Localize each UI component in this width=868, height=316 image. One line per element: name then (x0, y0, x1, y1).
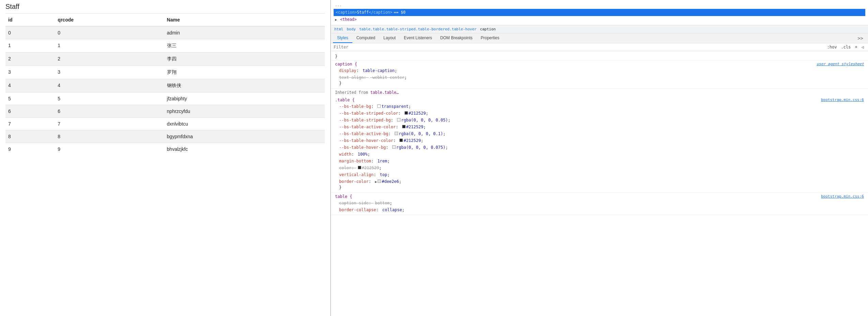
swatch-bs-table-active-bg[interactable] (395, 132, 398, 135)
prop-text-align-name: text-align (339, 74, 364, 81)
prop-display-colon: : (356, 68, 361, 74)
bootstrap-source-1[interactable]: bootstrap.min.css:6 (821, 98, 864, 102)
cls-button[interactable]: .cls (840, 44, 852, 50)
swatch-bs-table-hover-color[interactable] (399, 139, 403, 142)
prop-border-collapse: border-collapse : collapse ; (335, 206, 864, 213)
triangle-icon-2: ▶ (375, 179, 377, 184)
cell-name: bgypmfdxna (164, 130, 325, 143)
prop-bs-table-striped-color: --bs-table-striped-color : #212529 ; (335, 110, 864, 117)
tab-styles[interactable]: Styles (333, 33, 352, 43)
swatch-bs-table-bg[interactable] (377, 104, 381, 108)
prop-bs-table-hover-bg-value: rgba(0, 0, 0, 0.075) (396, 144, 446, 150)
brace-close-top: } (335, 54, 337, 59)
breadcrumb-table[interactable]: table.table.table-striped.table-bordered… (358, 26, 478, 32)
cell-id: 3 (5, 66, 55, 79)
cell-id: 7 (5, 118, 55, 130)
prop-width: width : 100% ; (335, 151, 864, 158)
dom-selected-line[interactable]: <caption>Staff</caption>== $0 (334, 9, 865, 16)
prop-margin-bottom-name: margin-bottom (339, 158, 371, 164)
table-header-row: id qrcode Name (5, 14, 325, 27)
cell-id: 6 (5, 105, 55, 118)
tab-properties[interactable]: Properties (477, 33, 504, 43)
dom-thead-tag: <thead> (340, 17, 356, 22)
cell-qrcode: 6 (55, 105, 164, 118)
swatch-bs-table-active-color[interactable] (402, 125, 406, 128)
filter-bar: :hov .cls + ◁ (331, 43, 868, 51)
cell-id: 4 (5, 79, 55, 92)
table-closing-brace: } (335, 185, 864, 191)
tab-dom-breakpoints[interactable]: DOM Breakpoints (436, 33, 477, 43)
prop-bs-table-bg: --bs-table-bg : transparent ; (335, 103, 864, 110)
prop-bs-table-striped-bg: --bs-table-striped-bg : rgba(0, 0, 0, 0.… (335, 117, 864, 124)
prop-bs-table-bg-colon: : (371, 103, 376, 110)
staff-table: Staff id qrcode Name 00admin11张三22李四33罗翔… (5, 13, 325, 155)
cell-id: 2 (5, 53, 55, 66)
inherited-from-selector: table.table… (370, 90, 399, 95)
cell-qrcode: 5 (55, 92, 164, 105)
cell-id: 5 (5, 92, 55, 105)
prop-border-color: border-color : ▶ #dee2e6 ; (335, 178, 864, 185)
table-row: 77dxnlvibtcu (5, 118, 325, 130)
dom-tag-caption: caption (338, 10, 354, 15)
prop-display-semi: ; (395, 68, 397, 74)
plus-button[interactable]: + (854, 44, 859, 50)
table-row: 88bgypmfdxna (5, 130, 325, 143)
table-rule-header: .table { bootstrap.min.css:6 (335, 98, 864, 102)
cell-id: 0 (5, 26, 55, 39)
prop-vertical-align: vertical-align : top ; (335, 171, 864, 178)
prop-text-align-value: -webkit-center (370, 74, 405, 81)
prop-color: color : #212529 ; (335, 164, 864, 171)
hov-button[interactable]: :hov (826, 44, 838, 50)
prop-bs-table-bg-value: transparent (381, 103, 408, 110)
cell-qrcode: 1 (55, 39, 164, 53)
prop-bs-table-striped-bg-name: --bs-table-striped-bg (339, 117, 391, 123)
table-rule-block-2: table { bootstrap.min.css:6 caption-side… (331, 193, 868, 215)
tab-computed[interactable]: Computed (352, 33, 379, 43)
user-agent-source[interactable]: user agent stylesheet (817, 62, 864, 66)
cell-qrcode: 9 (55, 143, 164, 156)
swatch-bs-table-striped-bg[interactable] (397, 118, 400, 121)
breadcrumb-body[interactable]: body (346, 26, 357, 32)
prop-text-align-semi: ; (405, 74, 407, 81)
filter-input[interactable] (334, 45, 823, 49)
prop-caption-side-value: bottom (375, 200, 390, 206)
bootstrap-source-2[interactable]: bootstrap.min.css:6 (821, 194, 864, 199)
table-selector-2: table { (335, 194, 352, 199)
more-tabs-button[interactable]: >> (855, 34, 866, 42)
tab-event-listeners[interactable]: Event Listeners (400, 33, 436, 43)
prop-bs-table-active-bg-name: --bs-table-active-bg (339, 131, 389, 137)
cell-id: 9 (5, 143, 55, 156)
devtools-breadcrumb: html body table.table.table-striped.tabl… (331, 25, 868, 33)
prop-vertical-align-name: vertical-align (339, 172, 374, 178)
cell-id: 1 (5, 39, 55, 53)
cell-name: 张三 (164, 39, 325, 53)
cell-qrcode: 4 (55, 79, 164, 92)
cell-name: admin (164, 26, 325, 39)
dom-dots: ... (334, 1, 865, 9)
prop-bs-table-active-color-name: --bs-table-active-color (339, 124, 396, 130)
cell-qrcode: 2 (55, 53, 164, 66)
bracket-button[interactable]: ◁ (860, 44, 865, 50)
prop-color-name: color (339, 165, 351, 171)
breadcrumb-html[interactable]: html (333, 26, 345, 32)
cell-name: nphrzcyfdu (164, 105, 325, 118)
table-row: 11张三 (5, 39, 325, 53)
prop-display-name: display (339, 68, 356, 74)
prop-bs-table-hover-color-value: #212529 (403, 138, 421, 144)
swatch-bs-table-hover-bg[interactable] (392, 145, 396, 149)
triangle-icon[interactable]: ▶ (335, 18, 337, 21)
prop-width-value: 100% (358, 151, 368, 157)
swatch-border-color[interactable] (378, 179, 381, 183)
prop-color-value: #212529 (362, 165, 379, 171)
prop-bs-table-bg-name: --bs-table-bg (339, 103, 371, 110)
prop-bs-table-hover-color: --bs-table-hover-color : #212529 ; (335, 137, 864, 144)
prop-margin-bottom: margin-bottom : 1rem ; (335, 158, 864, 164)
cell-qrcode: 7 (55, 118, 164, 130)
prop-bs-table-hover-bg-name: --bs-table-hover-bg (339, 144, 386, 150)
swatch-bs-table-striped-color[interactable] (405, 111, 408, 115)
prop-text-align-colon: : (364, 74, 368, 81)
tab-layout[interactable]: Layout (379, 33, 400, 43)
swatch-color[interactable] (358, 166, 361, 169)
dom-thead-line: ▶ <thead> (334, 16, 865, 24)
breadcrumb-caption[interactable]: caption (478, 26, 497, 32)
